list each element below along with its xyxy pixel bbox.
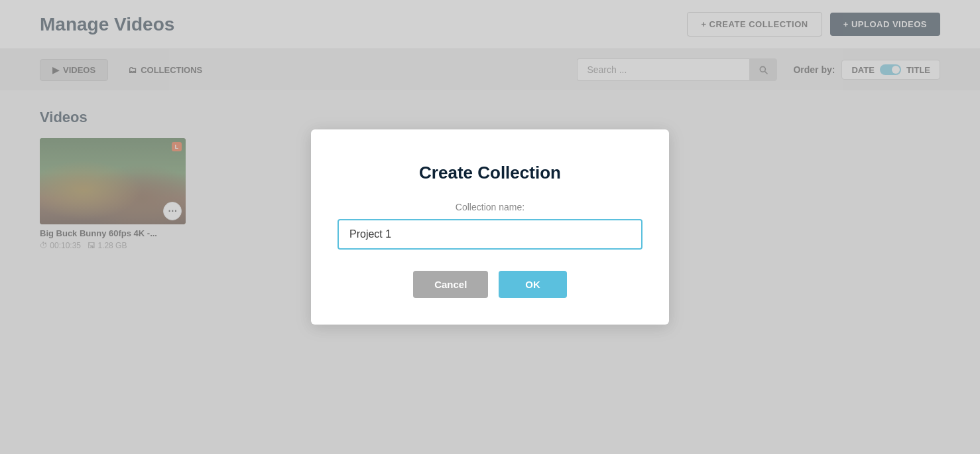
cancel-button[interactable]: Cancel bbox=[413, 271, 488, 298]
modal-title: Create Collection bbox=[337, 163, 643, 183]
collection-name-input[interactable] bbox=[337, 219, 643, 250]
modal-field-label: Collection name: bbox=[337, 202, 643, 212]
modal-dialog: Create Collection Collection name: Cance… bbox=[311, 129, 669, 325]
modal-actions: Cancel OK bbox=[337, 271, 643, 298]
modal-overlay: Create Collection Collection name: Cance… bbox=[0, 0, 980, 454]
ok-button[interactable]: OK bbox=[499, 271, 567, 298]
